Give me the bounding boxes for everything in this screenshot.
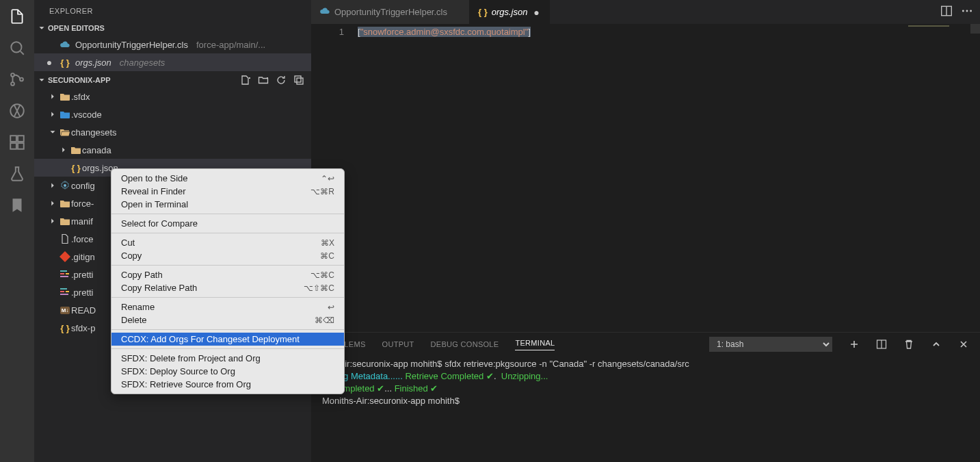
- minimap[interactable]: [905, 24, 980, 332]
- open-editor-item[interactable]: ● { } orgs.json changesets: [34, 53, 311, 71]
- close-icon[interactable]: ●: [531, 7, 541, 18]
- file-icon: { }: [59, 57, 71, 68]
- menu-label: Open to the Side: [121, 173, 188, 183]
- search-icon[interactable]: [8, 38, 27, 57]
- terminal-selector[interactable]: 1: bash: [709, 337, 832, 352]
- file-icon: { }: [478, 7, 488, 17]
- tab-label: OpportunityTriggerHelper.cls: [334, 7, 447, 17]
- explorer-icon[interactable]: [8, 7, 27, 26]
- menu-shortcut: ⌥⌘C: [310, 270, 334, 280]
- open-editors-header[interactable]: OPEN EDITORS: [34, 21, 311, 36]
- menu-shortcut: ⌘⌫: [315, 316, 334, 325]
- tree-folder[interactable]: .sfdx: [34, 88, 311, 105]
- svg-point-23: [970, 10, 972, 12]
- file-icon: [59, 251, 71, 262]
- context-menu-item[interactable]: SFDX: Delete from Project and Org: [111, 352, 344, 365]
- trash-icon[interactable]: [903, 339, 914, 350]
- project-header[interactable]: SECURONIX-APP: [34, 73, 311, 88]
- context-menu-item[interactable]: Copy⌘C: [111, 249, 344, 262]
- tree-label: .vscode: [71, 110, 102, 120]
- tree-folder[interactable]: canada: [34, 141, 311, 159]
- menu-label: Cut: [121, 238, 135, 248]
- svg-rect-14: [66, 273, 69, 274]
- file-icon: M↓: [59, 307, 71, 314]
- context-menu-item[interactable]: Open to the Side⌃↩: [111, 172, 344, 185]
- context-menu-item[interactable]: SFDX: Deploy Source to Org: [111, 365, 344, 378]
- tree-folder[interactable]: changesets: [34, 123, 311, 141]
- tree-label: sfdx-p: [71, 323, 95, 333]
- svg-point-11: [64, 184, 66, 187]
- tree-label: manif: [71, 216, 93, 227]
- menu-shortcut: ↩: [328, 303, 334, 312]
- tab-label: orgs.json: [492, 7, 528, 17]
- svg-point-0: [11, 42, 21, 52]
- plus-icon[interactable]: [849, 339, 860, 350]
- collapse-all-icon[interactable]: [293, 75, 304, 86]
- bookmark-icon[interactable]: [8, 196, 27, 215]
- svg-point-2: [11, 82, 14, 86]
- panel-tab[interactable]: DEBUG CONSOLE: [431, 340, 499, 348]
- file-icon: [59, 269, 71, 280]
- svg-rect-5: [10, 136, 16, 142]
- context-menu-item[interactable]: SFDX: Retrieve Source from Org: [111, 378, 344, 391]
- tree-label: .pretti: [71, 270, 94, 280]
- refresh-icon[interactable]: [276, 75, 287, 86]
- menu-label: SFDX: Delete from Project and Org: [121, 353, 261, 363]
- new-folder-icon[interactable]: [258, 75, 269, 86]
- tab-bar: OpportunityTriggerHelper.cls { } orgs.js…: [311, 0, 980, 24]
- chevron-up-icon[interactable]: [931, 339, 942, 350]
- svg-rect-6: [10, 143, 16, 149]
- debug-icon[interactable]: [8, 101, 27, 120]
- new-file-icon[interactable]: [240, 75, 251, 86]
- close-icon[interactable]: [958, 339, 969, 350]
- context-menu-item[interactable]: Copy Path⌥⌘C: [111, 268, 344, 281]
- code-editor[interactable]: 1 ["snowforce.admin@sxsfdc.com.quotaimpl…: [311, 24, 980, 332]
- close-icon[interactable]: ●: [44, 57, 55, 68]
- more-icon[interactable]: [961, 5, 973, 20]
- extensions-icon[interactable]: [8, 133, 27, 152]
- context-menu: Open to the Side⌃↩Reveal in Finder⌥⌘ROpe…: [111, 168, 345, 394]
- editor-tab[interactable]: { } orgs.json ●: [470, 0, 550, 24]
- file-icon: [59, 198, 71, 208]
- bottom-panel: PROBLEMSOUTPUTDEBUG CONSOLETERMINAL1: ba…: [311, 332, 980, 462]
- terminal[interactable]: iths-Air:securonix-app mohith$ sfdx retr…: [311, 356, 980, 462]
- scrollbar[interactable]: [970, 24, 980, 332]
- menu-label: Reveal in Finder: [121, 186, 186, 196]
- context-menu-item[interactable]: Cut⌘X: [111, 236, 344, 249]
- open-editors-label: OPEN EDITORS: [48, 24, 105, 32]
- sidebar-title: EXPLORER: [34, 0, 311, 21]
- file-icon: [59, 92, 71, 101]
- code-line: ["snowforce.admin@sxsfdc.com.quotaimpl"]: [358, 27, 905, 37]
- editor-tab[interactable]: OpportunityTriggerHelper.cls: [311, 0, 470, 24]
- split-terminal-icon[interactable]: [876, 339, 887, 350]
- svg-rect-19: [60, 294, 68, 295]
- split-editor-icon[interactable]: [940, 5, 953, 20]
- context-menu-item[interactable]: Rename↩: [111, 300, 344, 313]
- close-icon[interactable]: [44, 39, 55, 50]
- context-menu-item[interactable]: Reveal in Finder⌥⌘R: [111, 185, 344, 198]
- context-menu-item[interactable]: Open in Terminal: [111, 198, 344, 211]
- menu-label: Rename: [121, 302, 155, 312]
- context-menu-item[interactable]: CCDX: Add Orgs For Changeset Deployment: [111, 333, 344, 346]
- tree-label: .force: [71, 234, 94, 244]
- activity-bar: [0, 0, 34, 462]
- tree-label: config: [71, 181, 95, 191]
- file-icon: [70, 145, 82, 155]
- tree-folder[interactable]: .vscode: [34, 105, 311, 123]
- project-label: SECURONIX-APP: [48, 76, 111, 84]
- panel-tabs: PROBLEMSOUTPUTDEBUG CONSOLETERMINAL1: ba…: [311, 333, 980, 356]
- svg-point-22: [966, 10, 968, 12]
- tree-label: .sfdx: [71, 92, 90, 102]
- context-menu-item[interactable]: Copy Relative Path⌥⇧⌘C: [111, 281, 344, 294]
- code-area[interactable]: ["snowforce.admin@sxsfdc.com.quotaimpl"]: [358, 24, 905, 332]
- test-icon[interactable]: [8, 164, 27, 183]
- context-menu-item[interactable]: Delete⌘⌫: [111, 313, 344, 326]
- panel-tab[interactable]: TERMINAL: [515, 339, 555, 350]
- open-editor-item[interactable]: OpportunityTriggerHelper.cls force-app/m…: [34, 36, 311, 53]
- panel-tab[interactable]: OUTPUT: [382, 340, 414, 348]
- context-menu-item[interactable]: Select for Compare: [111, 217, 344, 230]
- file-icon: [59, 233, 71, 244]
- tree-label: .gitign: [71, 252, 95, 262]
- svg-rect-8: [18, 136, 24, 142]
- source-control-icon[interactable]: [8, 70, 27, 89]
